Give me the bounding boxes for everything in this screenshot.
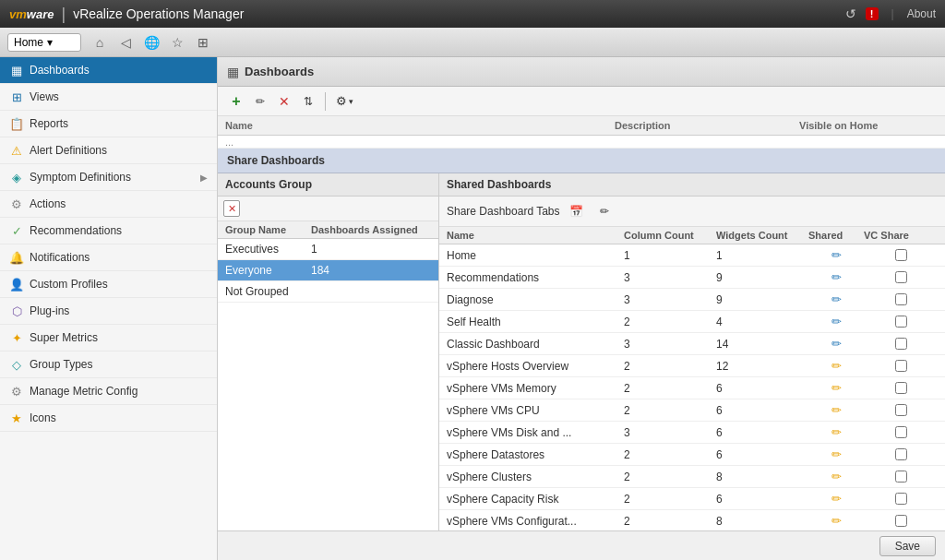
vc-shared-cell[interactable] bbox=[864, 360, 938, 372]
edit-shared-icon[interactable]: ✏ bbox=[831, 381, 842, 395]
shared-panel: Shared Dashboards Share Dashboard Tabs 📅… bbox=[439, 173, 945, 530]
accounts-row[interactable]: Not Grouped bbox=[218, 281, 438, 303]
edit-shared-icon[interactable]: ✏ bbox=[831, 425, 842, 439]
vc-shared-cell[interactable] bbox=[864, 515, 938, 527]
refresh-icon[interactable]: ↺ bbox=[845, 6, 856, 21]
vc-shared-checkbox[interactable] bbox=[895, 338, 907, 350]
accounts-row[interactable]: Executives 1 bbox=[218, 239, 438, 260]
delete-button[interactable]: ✕ bbox=[273, 90, 295, 113]
about-link[interactable]: About bbox=[907, 7, 936, 20]
home-nav-icon[interactable]: ⌂ bbox=[89, 31, 111, 54]
star-nav-icon[interactable]: ☆ bbox=[166, 31, 188, 54]
shared-row[interactable]: vSphere VMs Disk and ... 3 6 ✏ bbox=[439, 422, 945, 444]
vc-shared-cell[interactable] bbox=[864, 382, 938, 394]
shared-pencil-cell: ✏ bbox=[808, 315, 864, 328]
globe-icon[interactable]: 🌐 bbox=[140, 31, 162, 54]
sidebar-item-label: Alert Definitions bbox=[30, 144, 107, 157]
vc-shared-checkbox[interactable] bbox=[895, 293, 907, 305]
edit-shared-icon[interactable]: ✏ bbox=[831, 514, 842, 528]
copy-button[interactable]: ⇅ bbox=[297, 90, 319, 113]
shared-row[interactable]: vSphere VMs Memory 2 6 ✏ bbox=[439, 377, 945, 399]
edit-shared-icon[interactable]: ✏ bbox=[831, 403, 842, 417]
shared-row[interactable]: Diagnose 3 9 ✏ bbox=[439, 289, 945, 311]
main-table-header: Name Description Visible on Home bbox=[218, 116, 945, 136]
shared-row[interactable]: Self Health 2 4 ✏ bbox=[439, 311, 945, 333]
accounts-remove-button[interactable]: ✕ bbox=[223, 200, 240, 217]
edit-shared-icon[interactable]: ✏ bbox=[831, 447, 842, 461]
vc-shared-cell[interactable] bbox=[864, 448, 938, 460]
edit-shared-icon[interactable]: ✏ bbox=[831, 492, 842, 506]
reports-icon: 📋 bbox=[9, 116, 24, 131]
shared-pencil-cell: ✏ bbox=[808, 248, 864, 262]
shared-row[interactable]: Classic Dashboard 3 14 ✏ bbox=[439, 333, 945, 355]
calendar-icon-btn[interactable]: 📅 bbox=[566, 200, 588, 222]
sidebar-item-icons[interactable]: ★ Icons bbox=[0, 405, 217, 432]
edit-shared-icon[interactable]: ✏ bbox=[831, 292, 842, 306]
shared-name: vSphere Capacity Risk bbox=[447, 493, 624, 506]
edit-button[interactable]: ✏ bbox=[249, 90, 271, 113]
vc-shared-cell[interactable] bbox=[864, 426, 938, 438]
partial-row: ... bbox=[218, 136, 945, 149]
sidebar-item-super-metrics[interactable]: ✦ Super Metrics bbox=[0, 325, 217, 351]
dashboards-assigned-cell: 1 bbox=[311, 243, 431, 256]
vc-shared-cell[interactable] bbox=[864, 271, 938, 283]
grid-icon[interactable]: ⊞ bbox=[192, 31, 214, 54]
edit-shared-icon[interactable]: ✏ bbox=[831, 270, 842, 284]
edit-shared-icon[interactable]: ✏ bbox=[831, 248, 842, 262]
edit-shared-icon[interactable]: ✏ bbox=[831, 337, 842, 351]
edit-shared-icon[interactable]: ✏ bbox=[831, 470, 842, 483]
sidebar-item-alert-definitions[interactable]: ⚠ Alert Definitions bbox=[0, 137, 217, 164]
back-icon[interactable]: ◁ bbox=[114, 31, 137, 54]
pencil-icon-btn[interactable]: ✏ bbox=[593, 200, 616, 222]
add-button[interactable]: + bbox=[225, 90, 247, 113]
vc-shared-checkbox[interactable] bbox=[895, 271, 907, 283]
shared-row[interactable]: vSphere Hosts Overview 2 12 ✏ bbox=[439, 355, 945, 377]
vc-shared-checkbox[interactable] bbox=[895, 382, 907, 394]
shared-name: Classic Dashboard bbox=[447, 338, 624, 351]
vc-shared-cell[interactable] bbox=[864, 316, 938, 328]
vc-shared-checkbox[interactable] bbox=[895, 515, 907, 527]
shared-row[interactable]: vSphere Datastores 2 6 ✏ bbox=[439, 444, 945, 466]
sidebar-item-dashboards[interactable]: ▦ Dashboards bbox=[0, 57, 217, 84]
vc-shared-cell[interactable] bbox=[864, 338, 938, 350]
vc-shared-cell[interactable] bbox=[864, 471, 938, 483]
vc-shared-cell[interactable] bbox=[864, 404, 938, 416]
save-button[interactable]: Save bbox=[879, 536, 936, 556]
sidebar-item-recommendations[interactable]: ✓ Recommendations bbox=[0, 218, 217, 244]
edit-shared-icon[interactable]: ✏ bbox=[831, 315, 842, 328]
sidebar-item-notifications[interactable]: 🔔 Notifications bbox=[0, 244, 217, 271]
sidebar-item-manage-metric-config[interactable]: ⚙ Manage Metric Config bbox=[0, 378, 217, 405]
shared-pencil-cell: ✏ bbox=[808, 514, 864, 528]
shared-row[interactable]: vSphere VMs Configurat... 2 8 ✏ bbox=[439, 510, 945, 530]
vc-shared-cell[interactable] bbox=[864, 493, 938, 505]
vc-shared-checkbox[interactable] bbox=[895, 360, 907, 372]
shared-row[interactable]: vSphere Clusters 2 8 ✏ bbox=[439, 466, 945, 488]
col-group-name: Group Name bbox=[225, 224, 311, 235]
alert-badge[interactable]: ! bbox=[866, 7, 879, 20]
home-dropdown[interactable]: Home ▾ bbox=[7, 33, 81, 52]
sidebar-item-custom-profiles[interactable]: 👤 Custom Profiles bbox=[0, 271, 217, 298]
sidebar-item-actions[interactable]: ⚙ Actions bbox=[0, 191, 217, 218]
vc-shared-checkbox[interactable] bbox=[895, 404, 907, 416]
shared-row[interactable]: Recommendations 3 9 ✏ bbox=[439, 267, 945, 289]
sidebar-item-symptom-definitions[interactable]: ◈ Symptom Definitions ▶ bbox=[0, 164, 217, 191]
sidebar-item-group-types[interactable]: ◇ Group Types bbox=[0, 351, 217, 378]
settings-button[interactable]: ⚙ ▾ bbox=[331, 91, 358, 111]
edit-shared-icon[interactable]: ✏ bbox=[831, 359, 842, 373]
vc-shared-checkbox[interactable] bbox=[895, 316, 907, 328]
sidebar-item-plug-ins[interactable]: ⬡ Plug-ins bbox=[0, 298, 217, 325]
sidebar-item-views[interactable]: ⊞ Views bbox=[0, 84, 217, 111]
shared-row[interactable]: Home 1 1 ✏ bbox=[439, 244, 945, 267]
vc-shared-checkbox[interactable] bbox=[895, 426, 907, 438]
vc-shared-cell[interactable] bbox=[864, 249, 938, 261]
sidebar-item-label: Views bbox=[30, 90, 59, 103]
vc-shared-checkbox[interactable] bbox=[895, 249, 907, 261]
shared-row[interactable]: vSphere Capacity Risk 2 6 ✏ bbox=[439, 488, 945, 510]
shared-row[interactable]: vSphere VMs CPU 2 6 ✏ bbox=[439, 399, 945, 422]
vc-shared-cell[interactable] bbox=[864, 293, 938, 305]
vc-shared-checkbox[interactable] bbox=[895, 448, 907, 460]
sidebar-item-reports[interactable]: 📋 Reports bbox=[0, 111, 217, 137]
accounts-row[interactable]: Everyone 184 bbox=[218, 260, 438, 281]
vc-shared-checkbox[interactable] bbox=[895, 493, 907, 505]
vc-shared-checkbox[interactable] bbox=[895, 471, 907, 483]
